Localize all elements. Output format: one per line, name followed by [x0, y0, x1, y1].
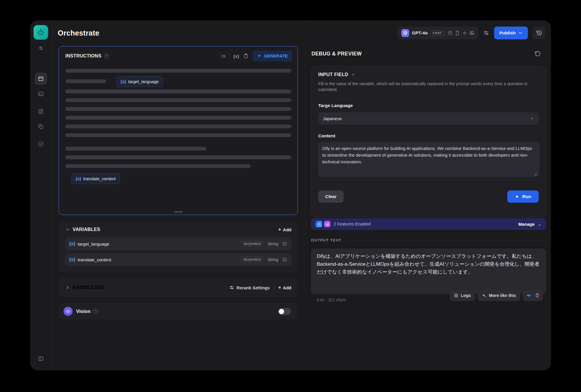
logs-button[interactable]: Logs [450, 290, 475, 301]
help-icon[interactable]: ? [93, 309, 98, 314]
debug-preview-title: DEBUG & PREVIEW [312, 51, 362, 57]
chip-label: translate_content [83, 176, 116, 181]
input-field-header[interactable]: INPUT FIELD [318, 72, 539, 77]
help-icon[interactable]: ? [104, 54, 109, 59]
image-feature-icon [324, 221, 330, 227]
more-like-this-button[interactable]: More like this [478, 290, 520, 301]
knowledge-panel: KNOWLEDGE Rerank Settings + Add [59, 278, 298, 297]
skeleton-line [65, 147, 206, 150]
add-knowledge-button[interactable]: + Add [278, 285, 291, 290]
variable-row[interactable]: {x} translate_content REQUIRED String [65, 253, 291, 266]
add-variable-button[interactable]: + Add [278, 227, 291, 232]
clear-label: Clear [325, 194, 337, 199]
input-field-title: INPUT FIELD [318, 72, 348, 77]
variable-type: String [267, 257, 278, 262]
variable-chip-translate-content[interactable]: {x} translate_content [71, 174, 120, 184]
chevron-down-icon [529, 116, 534, 121]
output-text: Difyは、AIアプリケーションを構築するためのオープンソースプラットフォームで… [311, 249, 546, 294]
skeleton-line [65, 107, 291, 111]
manage-label: Manage [518, 222, 535, 227]
brace-x-icon: {x} [120, 79, 126, 84]
chevron-down-icon [351, 72, 356, 77]
skeleton-line [65, 133, 291, 137]
more-like-this-label: More like this [489, 293, 516, 298]
required-badge: REQUIRED [241, 241, 264, 247]
brace-x-icon: {x} [76, 176, 81, 181]
skeleton-line [65, 125, 291, 128]
brace-x-icon: {x} [69, 257, 75, 262]
copy-icon [38, 123, 44, 130]
variable-type: String [267, 242, 278, 246]
panel-left-icon [38, 356, 44, 362]
char-count: 78 [220, 54, 225, 59]
knowledge-title: KNOWLEDGE [73, 285, 104, 290]
copy-output-icon[interactable] [535, 293, 540, 298]
compass-icon [38, 141, 44, 147]
add-label: Add [283, 227, 291, 232]
sidebar-item-orchestrate[interactable] [35, 73, 47, 85]
speaker-icon[interactable] [526, 293, 531, 298]
rerank-label: Rerank Settings [237, 285, 270, 290]
add-label: Add [283, 285, 291, 290]
eye-icon [64, 307, 73, 316]
output-actions: Logs More like this [450, 290, 543, 301]
input-field-card: INPUT FIELD Fill in the value of the var… [311, 66, 546, 217]
sidebar-item-annotations[interactable] [35, 120, 47, 133]
plus-icon: + [278, 285, 281, 290]
window-icon [38, 76, 44, 82]
sidebar [30, 20, 52, 370]
sidebar-item-settings[interactable] [35, 42, 47, 54]
variable-row[interactable]: {x} target_language REQUIRED String [65, 237, 291, 250]
manage-features-button[interactable]: Manage → [518, 222, 541, 227]
run-button[interactable]: Run [507, 190, 539, 203]
brace-x-icon: {x} [69, 241, 75, 246]
variables-panel: VARIABLES + Add {x} target_language REQU… [59, 222, 298, 272]
insert-variable-button[interactable]: {x} [233, 54, 239, 59]
chevron-right-icon[interactable] [65, 285, 70, 290]
content-label: Content [318, 133, 539, 139]
sidebar-item-terminal[interactable] [35, 88, 47, 100]
required-badge: REQUIRED [241, 257, 264, 262]
divider [346, 240, 546, 240]
collapse-panel-button[interactable] [35, 353, 47, 365]
app-logo[interactable] [34, 25, 48, 40]
terminal-icon [38, 91, 44, 97]
vision-toggle[interactable] [278, 308, 291, 315]
content-input[interactable]: Dify is an open-source platform for buil… [318, 142, 539, 177]
features-bar: 2 Features Enabled Manage → [311, 218, 546, 230]
rerank-settings-button[interactable]: Rerank Settings [229, 285, 270, 290]
robot-icon [37, 28, 45, 36]
restart-icon[interactable] [534, 50, 541, 57]
target-language-select[interactable]: Japanese [318, 112, 539, 125]
resize-handle[interactable] [174, 211, 183, 213]
variables-title: VARIABLES [73, 227, 100, 232]
vision-label: Vision [76, 309, 90, 314]
generate-button[interactable]: GENERATE [253, 51, 292, 61]
orchestrate-pane: INSTRUCTIONS ? 78 {x} GEN [52, 43, 305, 370]
sparkle-icon [257, 54, 262, 58]
play-icon [515, 194, 519, 199]
selected-language: Japanese [323, 116, 342, 121]
variable-chip-target-language[interactable]: {x} target_language [116, 76, 163, 87]
instructions-panel: INSTRUCTIONS ? 78 {x} GEN [59, 46, 298, 215]
features-status: 2 Features Enabled [334, 222, 371, 226]
variable-type-icon[interactable] [282, 241, 287, 246]
skeleton-line [65, 116, 291, 120]
chevron-down-icon[interactable] [65, 227, 70, 232]
variable-type-icon[interactable] [282, 257, 287, 262]
resize-corner-icon[interactable] [534, 173, 537, 176]
logs-icon [454, 293, 459, 298]
skeleton-line [65, 164, 251, 168]
divider [229, 54, 230, 58]
sidebar-item-logs[interactable] [35, 105, 47, 118]
target-language-label: Targe Language [318, 103, 539, 108]
clear-button[interactable]: Clear [318, 190, 344, 203]
run-label: Run [522, 194, 531, 199]
page-title: Orchestrate [58, 29, 99, 37]
variable-name: translate_content [78, 257, 111, 262]
instructions-title: INSTRUCTIONS [65, 53, 102, 59]
sidebar-item-explore[interactable] [35, 138, 47, 150]
sliders-icon [38, 45, 44, 51]
clipboard-icon[interactable] [243, 53, 249, 59]
input-field-description: Fill in the value of the variable, which… [318, 81, 535, 92]
